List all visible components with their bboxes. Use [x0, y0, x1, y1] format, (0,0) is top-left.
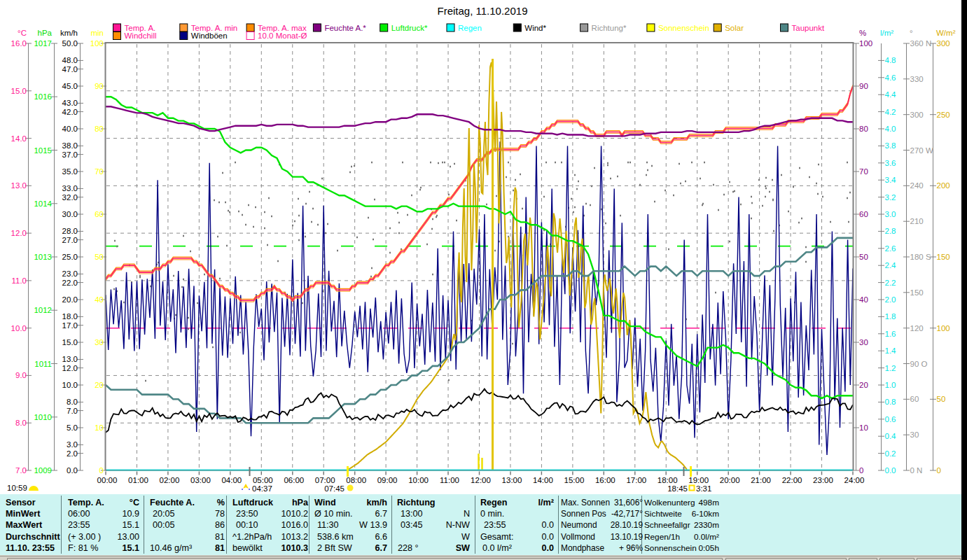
svg-text:100: 100 — [90, 39, 104, 48]
svg-text:Durchschnitt: Durchschnitt — [6, 532, 60, 542]
svg-text:W/m²: W/m² — [936, 29, 956, 37]
svg-text:Sensor: Sensor — [6, 498, 36, 507]
svg-text:17.0: 17.0 — [62, 321, 78, 330]
svg-text:7.0: 7.0 — [67, 407, 78, 415]
svg-text:2 Bft SW: 2 Bft SW — [317, 543, 352, 553]
svg-text:6.7: 6.7 — [375, 509, 387, 519]
svg-text:N: N — [464, 509, 470, 519]
svg-text:5.0: 5.0 — [67, 424, 78, 432]
svg-text:31,606°: 31,606° — [614, 498, 643, 507]
svg-text:13.0: 13.0 — [62, 355, 78, 363]
svg-text:10.0: 10.0 — [11, 324, 27, 332]
svg-text:18:45: 18:45 — [667, 484, 688, 493]
svg-text:09:00: 09:00 — [377, 476, 398, 484]
svg-text:17:00: 17:00 — [626, 476, 646, 484]
svg-text:1011: 1011 — [34, 360, 52, 368]
svg-text:81: 81 — [215, 543, 225, 553]
svg-text:30: 30 — [910, 430, 919, 439]
svg-text:20: 20 — [859, 381, 868, 389]
svg-text:33.0: 33.0 — [62, 184, 78, 192]
svg-text:Schneefallgr: Schneefallgr — [644, 520, 690, 530]
svg-text:360 N: 360 N — [910, 39, 932, 48]
svg-text:1013.2: 1013.2 — [281, 532, 308, 542]
svg-text:45.0: 45.0 — [62, 82, 78, 90]
svg-text:00:10: 00:10 — [236, 520, 258, 530]
svg-text:14:00: 14:00 — [533, 476, 553, 484]
svg-text:0.8: 0.8 — [885, 398, 896, 406]
svg-text:7.0: 7.0 — [15, 466, 27, 475]
svg-text:30: 30 — [859, 338, 868, 346]
svg-text:70: 70 — [95, 167, 104, 176]
svg-text:min: min — [90, 29, 104, 37]
svg-text:Windchill: Windchill — [125, 31, 157, 40]
svg-text:0: 0 — [859, 466, 863, 475]
svg-text:hPa: hPa — [38, 29, 53, 37]
svg-text:24:00: 24:00 — [844, 476, 865, 484]
svg-text:2.8: 2.8 — [885, 227, 896, 235]
svg-text:210: 210 — [910, 217, 924, 225]
svg-text:40: 40 — [859, 295, 868, 304]
svg-text:180 S: 180 S — [910, 253, 931, 261]
svg-text:Mondphase: Mondphase — [561, 543, 605, 553]
svg-text:Regen: Regen — [458, 24, 482, 32]
svg-text:%: % — [859, 29, 866, 37]
svg-text:13:00: 13:00 — [502, 476, 522, 484]
svg-text:150: 150 — [937, 253, 950, 261]
svg-text:Richtung: Richtung — [397, 498, 436, 507]
svg-text:0.2: 0.2 — [885, 449, 896, 458]
svg-text:Wind*: Wind* — [524, 24, 546, 32]
svg-text:0.4: 0.4 — [885, 432, 897, 440]
svg-text:0:05h: 0:05h — [698, 543, 719, 553]
svg-text:19:00: 19:00 — [688, 476, 709, 484]
svg-text:Sonnenschein: Sonnenschein — [644, 543, 697, 553]
svg-text:00:00: 00:00 — [97, 476, 118, 484]
svg-text:16.0: 16.0 — [11, 39, 27, 48]
svg-text:+ 96%: + 96% — [619, 543, 643, 553]
svg-text:Taupunkt: Taupunkt — [792, 24, 825, 32]
svg-text:6.6: 6.6 — [375, 532, 387, 542]
svg-text:04:00: 04:00 — [221, 476, 242, 484]
svg-text:11.10. 23:55: 11.10. 23:55 — [6, 543, 55, 553]
svg-text:11:00: 11:00 — [440, 476, 459, 484]
svg-text:23:55: 23:55 — [68, 520, 90, 530]
svg-text:l/m²: l/m² — [538, 498, 554, 507]
svg-text:km/h: km/h — [60, 29, 78, 37]
svg-text:22.0: 22.0 — [62, 279, 78, 287]
svg-text:35.0: 35.0 — [62, 167, 78, 176]
svg-text:48.0: 48.0 — [62, 56, 78, 64]
svg-text:2.4: 2.4 — [885, 261, 897, 270]
svg-text:%: % — [217, 498, 225, 507]
svg-text:°: ° — [910, 29, 913, 37]
svg-text:04:37: 04:37 — [252, 484, 272, 493]
svg-text:50.0: 50.0 — [62, 39, 78, 48]
svg-text:Luftdruck: Luftdruck — [232, 498, 274, 507]
svg-text:13:00: 13:00 — [401, 509, 423, 519]
svg-text:20:05: 20:05 — [153, 509, 175, 519]
svg-text:15:00: 15:00 — [564, 476, 585, 484]
svg-text:Temp. A.: Temp. A. — [125, 24, 156, 32]
svg-text:Sonnenschein: Sonnenschein — [658, 24, 709, 32]
svg-text:06:00: 06:00 — [284, 476, 304, 484]
svg-text:0: 0 — [937, 466, 941, 475]
svg-text:70: 70 — [859, 167, 868, 176]
svg-text:228 °: 228 ° — [398, 543, 419, 553]
svg-text:23:50: 23:50 — [236, 509, 258, 519]
svg-text:Wind: Wind — [314, 498, 336, 507]
svg-text:4.6: 4.6 — [885, 74, 896, 82]
svg-text:81: 81 — [215, 532, 225, 542]
svg-text:2330m: 2330m — [694, 520, 719, 530]
svg-text:28.0: 28.0 — [62, 227, 78, 235]
svg-text:25.0: 25.0 — [62, 253, 78, 261]
svg-text:07:45: 07:45 — [324, 484, 345, 493]
svg-text:6.7: 6.7 — [375, 543, 387, 553]
svg-text:8.0: 8.0 — [67, 398, 78, 406]
svg-text:3.4: 3.4 — [885, 176, 897, 184]
svg-text:1014: 1014 — [34, 200, 52, 208]
svg-text:0.0: 0.0 — [541, 520, 554, 530]
svg-text:30: 30 — [95, 338, 104, 346]
svg-text:1012: 1012 — [34, 306, 52, 314]
svg-text:W: W — [461, 532, 470, 542]
svg-text:MinWert: MinWert — [6, 509, 41, 519]
svg-text:N-NW: N-NW — [446, 520, 470, 530]
svg-text:Regen: Regen — [480, 498, 508, 507]
